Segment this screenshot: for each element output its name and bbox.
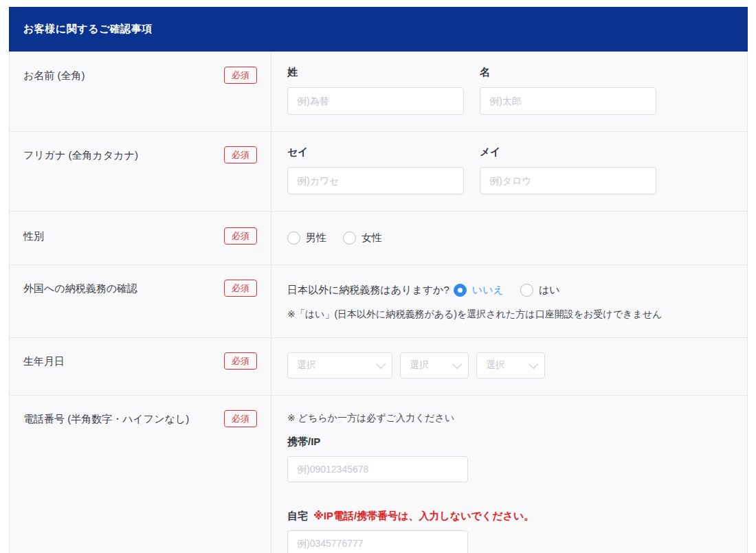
mobile-phone-group: 携帯/IP [287,436,731,482]
row-furigana-left: フリガナ (全角カタカナ) 必須 [10,132,271,211]
row-phone-right: ※ どちらか一方は必ずご入力ください 携帯/IP 自宅 ※IP電話/携帯番号は、… [271,396,747,553]
birth-month-value: 選択 [410,359,429,372]
tax-yes-label[interactable]: はい [539,284,560,297]
home-phone-label: 自宅 [287,510,308,521]
chevron-down-icon [452,359,462,369]
mei-group: メイ [480,146,656,194]
tax-no-label[interactable]: いいえ [472,284,504,297]
chevron-down-icon [529,359,538,369]
first-name-input[interactable] [480,87,656,115]
row-phone-label: 電話番号 (半角数字・ハイフンなし) [23,411,189,427]
home-phone-input[interactable] [287,530,468,553]
row-birthdate-label: 生年月日 [23,353,65,370]
birth-month-select[interactable]: 選択 [400,352,469,379]
required-badge: 必須 [224,67,257,84]
required-badge: 必須 [224,146,257,163]
mobile-phone-label: 携帯/IP [287,436,731,449]
row-birthdate: 生年月日 必須 選択 選択 選択 [10,337,747,395]
customer-confirmation-form: お客様に関するご確認事項 お名前 (全角) 必須 姓 名 フリガナ (全角カタカ… [9,7,748,553]
row-furigana-right: セイ メイ [271,132,747,211]
sei-group: セイ [287,146,464,194]
row-gender-label: 性別 [23,228,44,245]
row-gender-left: 性別 必須 [10,212,271,264]
mobile-phone-input[interactable] [287,456,468,482]
row-gender: 性別 必須 男性 女性 [10,211,747,264]
row-furigana-label: フリガナ (全角カタカナ) [23,147,138,163]
last-name-input[interactable] [287,87,464,115]
first-name-group: 名 [480,66,656,115]
home-phone-warning: ※IP電話/携帯番号は、入力しないでください。 [313,510,534,521]
birth-day-select[interactable]: 選択 [476,352,545,379]
row-birthdate-right: 選択 選択 選択 [271,338,747,395]
row-name: お名前 (全角) 必須 姓 名 [10,52,747,131]
sei-label: セイ [287,146,464,159]
last-name-group: 姓 [287,66,464,115]
row-gender-right: 男性 女性 [271,212,747,264]
section-header: お客様に関するご確認事項 [9,7,748,52]
row-tax-left: 外国への納税義務の確認 必須 [10,265,271,337]
required-badge: 必須 [224,280,257,297]
gender-male-label[interactable]: 男性 [306,232,326,245]
phone-note: ※ どちらか一方は必ずご入力ください [287,409,731,425]
home-phone-group: 自宅 ※IP電話/携帯番号は、入力しないでください。 [287,510,731,553]
row-name-label: お名前 (全角) [23,67,85,84]
row-furigana: フリガナ (全角カタカナ) 必須 セイ メイ [10,131,747,211]
required-badge: 必須 [224,227,257,245]
gender-female-label[interactable]: 女性 [362,232,382,245]
required-badge: 必須 [224,352,257,370]
row-name-right: 姓 名 [271,52,747,131]
row-birthdate-left: 生年月日 必須 [10,338,271,395]
first-name-label: 名 [480,66,656,79]
row-phone: 電話番号 (半角数字・ハイフンなし) 必須 ※ どちらか一方は必ずご入力ください… [10,395,747,553]
tax-yes-radio[interactable] [520,284,533,297]
birth-year-select[interactable]: 選択 [287,352,392,379]
required-badge: 必須 [224,410,257,427]
section-title: お客様に関するご確認事項 [23,23,153,36]
birth-day-value: 選択 [486,359,505,372]
mei-label: メイ [480,146,656,159]
last-name-label: 姓 [287,66,464,79]
gender-male-radio[interactable] [287,232,300,245]
chevron-down-icon [376,359,386,369]
tax-no-radio[interactable] [454,284,467,297]
tax-note: ※「はい」(日本以外に納税義務がある)を選択された方は口座開設をお受けできません [287,308,731,321]
gender-female-radio[interactable] [343,232,356,245]
mei-input[interactable] [480,167,656,194]
birth-year-value: 選択 [297,359,316,372]
row-tax-right: 日本以外に納税義務はありますか? いいえ はい ※「はい」(日本以外に納税義務が… [271,265,747,337]
row-tax-obligation: 外国への納税義務の確認 必須 日本以外に納税義務はありますか? いいえ はい ※… [10,264,747,337]
tax-question-text: 日本以外に納税義務はありますか? [287,284,449,297]
row-phone-left: 電話番号 (半角数字・ハイフンなし) 必須 [10,396,271,553]
sei-input[interactable] [287,167,464,194]
row-name-left: お名前 (全角) 必須 [10,52,271,131]
row-tax-label: 外国への納税義務の確認 [23,280,137,297]
